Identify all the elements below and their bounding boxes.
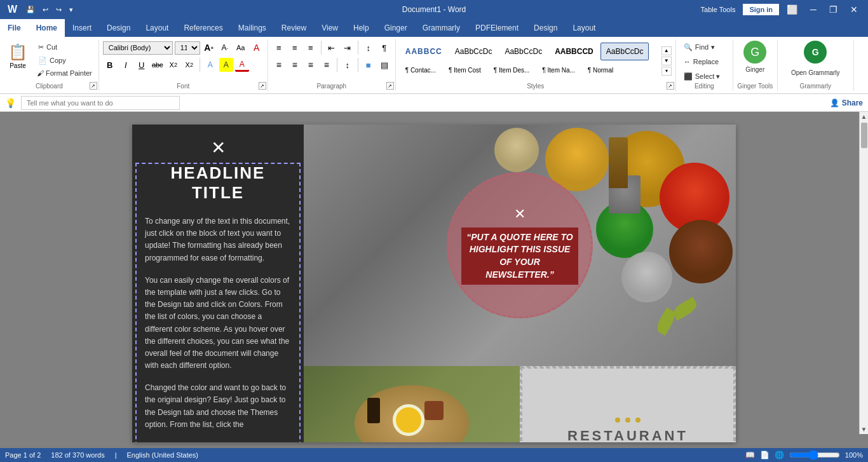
style-item-aabbccd[interactable]: AABBCCD: [549, 43, 599, 60]
change-case-button[interactable]: Aa: [234, 41, 248, 55]
align-center-button[interactable]: ≡: [288, 58, 302, 72]
share-button[interactable]: Share: [842, 99, 863, 107]
layout-view-button[interactable]: ⬜: [782, 3, 803, 16]
font-name-select[interactable]: Calibri (Body): [103, 41, 173, 55]
tab-layout[interactable]: Layout: [138, 19, 176, 37]
decrease-indent-button[interactable]: ⇤: [325, 41, 339, 55]
table-tools-label: Table Tools: [701, 6, 736, 13]
tab-design[interactable]: Design: [99, 19, 138, 37]
shading-button[interactable]: ■: [362, 58, 376, 72]
grammarly-group-label: Grammarly: [778, 83, 853, 90]
tab-review[interactable]: Review: [274, 19, 314, 37]
copy-button[interactable]: 📄 Copy: [34, 54, 95, 67]
strikethrough-button[interactable]: abc: [151, 58, 165, 72]
subscript-button[interactable]: X2: [166, 58, 180, 72]
vertical-scrollbar[interactable]: ▲ ▼: [859, 112, 868, 434]
minimize-button[interactable]: ─: [805, 3, 822, 16]
customize-quick-access-button[interactable]: ▾: [67, 4, 76, 15]
copy-icon: 📄: [38, 57, 47, 65]
document-area: ⊹ ✕ HEADLINE TITLE To change any of the …: [0, 112, 868, 448]
select-icon: ⬛: [684, 72, 693, 81]
multilevel-list-button[interactable]: ≡: [304, 41, 318, 55]
tab-insert[interactable]: Insert: [65, 19, 99, 37]
tab-ginger[interactable]: Ginger: [377, 19, 415, 37]
align-left-button[interactable]: ≡: [272, 58, 286, 72]
language-indicator: |: [115, 451, 117, 459]
font-size-select[interactable]: 11: [175, 41, 200, 55]
text-effects-button[interactable]: A: [203, 58, 217, 72]
signin-button[interactable]: Sign in: [743, 4, 779, 15]
clear-formatting-button[interactable]: A: [250, 41, 264, 55]
bold-button[interactable]: B: [103, 58, 117, 72]
italic-button[interactable]: I: [119, 58, 133, 72]
save-button[interactable]: 💾: [24, 4, 37, 15]
cut-button[interactable]: ✂ Cut: [34, 41, 95, 53]
show-hide-button[interactable]: ¶: [377, 41, 391, 55]
lightbulb-icon: 💡: [5, 98, 16, 108]
tab-layout2[interactable]: Layout: [565, 19, 603, 37]
tab-file[interactable]: File: [0, 19, 29, 37]
style-item-contact[interactable]: ¶ Contac...: [400, 62, 442, 79]
select-button[interactable]: ⬛ Select ▾: [680, 70, 724, 83]
scroll-up-arrow[interactable]: ▲: [860, 112, 868, 121]
font-group-label: Font: [99, 83, 268, 90]
document-page[interactable]: ⊹ ✕ HEADLINE TITLE To change any of the …: [132, 125, 736, 442]
underline-button[interactable]: U: [135, 58, 149, 72]
format-painter-button[interactable]: 🖌 Format Painter: [34, 67, 95, 79]
align-right-button[interactable]: ≡: [304, 58, 318, 72]
tab-mailings[interactable]: Mailings: [231, 19, 274, 37]
style-item-normal[interactable]: ¶ Normal: [582, 62, 619, 79]
print-layout-button[interactable]: 📄: [760, 451, 770, 459]
borders-button[interactable]: ▤: [377, 58, 391, 72]
paste-button[interactable]: 📋 Paste: [4, 41, 32, 78]
tab-references[interactable]: References: [176, 19, 230, 37]
font-grow-button[interactable]: A+: [202, 41, 216, 55]
style-item-aabbcc1[interactable]: AABBCC: [400, 43, 448, 60]
styles-scroll-up-button[interactable]: ▲: [661, 46, 672, 55]
tell-me-input[interactable]: [21, 96, 180, 110]
find-button[interactable]: 🔍 Find ▾: [680, 41, 724, 53]
clipboard-group-label: Clipboard: [0, 83, 98, 90]
replace-button[interactable]: ↔ Replace: [680, 55, 724, 68]
bullets-button[interactable]: ≡: [272, 41, 286, 55]
style-item-aabbccdc2[interactable]: AaBbCcDc: [499, 43, 548, 60]
font-shrink-button[interactable]: A-: [218, 41, 232, 55]
superscript-button[interactable]: X2: [182, 58, 196, 72]
style-item-aabbccdc1[interactable]: AaBbCcDc: [449, 43, 498, 60]
restore-button[interactable]: ❐: [824, 3, 843, 16]
line-spacing-button[interactable]: ↕: [341, 58, 355, 72]
justify-button[interactable]: ≡: [320, 58, 334, 72]
style-item-itemdes[interactable]: ¶ Item Des...: [488, 62, 536, 79]
tab-home[interactable]: Home: [29, 19, 65, 37]
increase-indent-button[interactable]: ⇥: [341, 41, 355, 55]
clipboard-expand-button[interactable]: ↗: [90, 82, 97, 90]
highlight-color-button[interactable]: A: [219, 58, 233, 72]
styles-expand-dialog-button[interactable]: ↗: [667, 82, 674, 90]
close-button[interactable]: ✕: [845, 3, 863, 16]
tab-view[interactable]: View: [314, 19, 346, 37]
sort-button[interactable]: ↕: [362, 41, 376, 55]
styles-group: AABBCC AaBbCcDc AaBbCcDc AABBCCD AaBbCcD…: [396, 39, 676, 91]
tab-design2[interactable]: Design: [526, 19, 565, 37]
redo-button[interactable]: ↪: [53, 4, 64, 15]
tab-pdfelement[interactable]: PDFElement: [468, 19, 526, 37]
paragraph-expand-button[interactable]: ↗: [386, 82, 394, 90]
font-color-button[interactable]: A: [235, 58, 249, 72]
numbering-button[interactable]: ≡: [288, 41, 302, 55]
scroll-down-arrow[interactable]: ▼: [860, 425, 868, 434]
styles-expand-button[interactable]: ▾: [661, 67, 672, 76]
undo-button[interactable]: ↩: [40, 4, 51, 15]
web-layout-button[interactable]: 🌐: [775, 451, 784, 459]
open-grammarly-button[interactable]: Open Grammarly: [787, 66, 844, 79]
style-item-active[interactable]: AaBbCcDc: [600, 43, 649, 60]
language: English (United States): [127, 451, 199, 459]
styles-scroll-down-button[interactable]: ▼: [661, 57, 672, 65]
style-item-itemna[interactable]: ¶ Item Na...: [536, 62, 581, 79]
tab-grammarly[interactable]: Grammarly: [415, 19, 468, 37]
style-item-itemcost[interactable]: ¶ Item Cost: [443, 62, 487, 79]
font-expand-button[interactable]: ↗: [259, 82, 266, 90]
zoom-slider[interactable]: [789, 450, 840, 460]
read-mode-button[interactable]: 📖: [745, 451, 755, 459]
tab-help[interactable]: Help: [346, 19, 377, 37]
scrollbar-thumb[interactable]: [861, 123, 867, 148]
